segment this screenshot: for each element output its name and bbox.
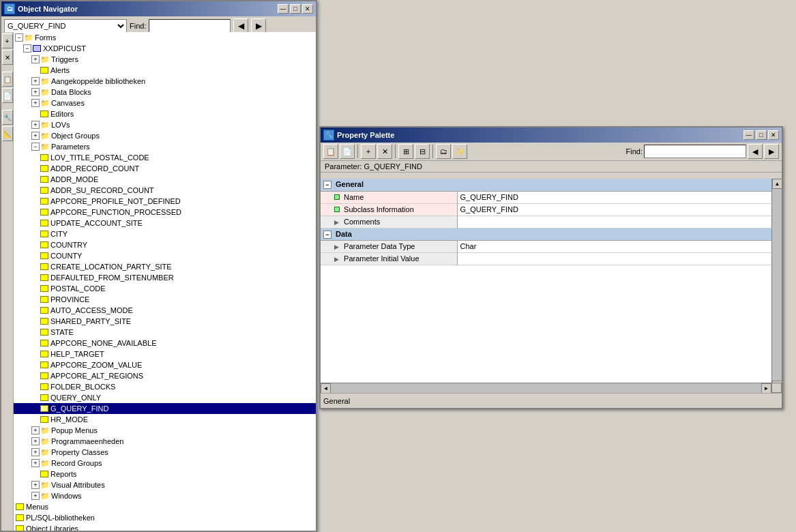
tree-node-folder-blocks[interactable]: FOLDER_BLOCKS	[14, 381, 316, 392]
expand-aangekoppelde[interactable]: +	[31, 77, 40, 85]
tree-node-defaulted-from[interactable]: DEFAULTED_FROM_SITENUMBER	[14, 272, 316, 283]
tree-node-shared-party[interactable]: SHARED_PARTY_SITE	[14, 316, 316, 327]
tree-node-city[interactable]: CITY	[14, 228, 316, 239]
tree-node-aangekoppelde[interactable]: + 📁 Aangekoppelde bibliotheken	[14, 76, 316, 87]
prop-btn-collapse[interactable]: ⊟	[415, 144, 430, 159]
prop-row-initial-value[interactable]: ▶ Parameter Initial Value	[321, 252, 771, 265]
tree-node-addr-record[interactable]: ADDR_RECORD_COUNT	[14, 163, 316, 174]
tree-node-obj-libs[interactable]: Object Libraries	[14, 523, 316, 531]
scroll-right-button[interactable]: ►	[761, 383, 771, 394]
tree-node-lovs[interactable]: + 📁 LOVs	[14, 119, 316, 130]
tree-node-record-groups[interactable]: + 📁 Record Groups	[14, 458, 316, 469]
tree-node-state[interactable]: STATE	[14, 327, 316, 338]
tree-area[interactable]: − 📁 Forms − XXDPICUST + 📁 Triggers Ale	[14, 32, 316, 531]
expand-data[interactable]: −	[323, 231, 331, 239]
section-header-general[interactable]: − General	[321, 179, 771, 191]
prop-search-forward[interactable]: ▶	[764, 144, 779, 159]
tree-node-canvases[interactable]: + 📁 Canvases	[14, 98, 316, 108]
tree-node-triggers[interactable]: + 📁 Triggers	[14, 54, 316, 65]
object-dropdown[interactable]: G_QUERY_FIND	[4, 19, 127, 33]
tree-node-auto-access[interactable]: AUTO_ACCESS_MODE	[14, 305, 316, 316]
prop-btn-filter[interactable]: 🗂	[436, 144, 451, 159]
tree-node-country[interactable]: COUNTRY	[14, 239, 316, 250]
tree-node-reports[interactable]: Reports	[14, 469, 316, 479]
paste-button[interactable]: 📄	[2, 88, 13, 103]
tree-node-help-target[interactable]: HELP_TARGET	[14, 349, 316, 359]
expand-popup-menus[interactable]: +	[31, 426, 40, 434]
prop-btn-del[interactable]: ✕	[377, 144, 392, 159]
tree-node-datablocks[interactable]: + 📁 Data Blocks	[14, 87, 316, 98]
prop-row-datatype[interactable]: ▶ Parameter Data Type Char	[321, 240, 771, 252]
tree-node-addr-mode[interactable]: ADDR_MODE	[14, 174, 316, 185]
tree-node-lov-title[interactable]: LOV_TITLE_POSTAL_CODE	[14, 152, 316, 163]
tree-node-property-classes[interactable]: + 📁 Property Classes	[14, 447, 316, 458]
prop-close-button[interactable]: ✕	[768, 130, 779, 140]
tree-node-update-account[interactable]: UPDATE_ACCOUNT_SITE	[14, 218, 316, 228]
expand-programmaeenheden[interactable]: +	[31, 437, 40, 445]
expand-parameters[interactable]: −	[31, 143, 40, 151]
expand-general[interactable]: −	[323, 181, 331, 189]
scroll-track-v[interactable]	[772, 189, 782, 381]
expand-forms[interactable]: −	[15, 33, 23, 42]
tree-node-parameters[interactable]: − 📁 Parameters	[14, 141, 316, 152]
search-forward-button[interactable]: ▶	[251, 18, 266, 33]
tree-node-query-only[interactable]: QUERY_ONLY	[14, 392, 316, 403]
expand-lovs[interactable]: +	[31, 121, 40, 129]
tree-node-xxdpicust[interactable]: − XXDPICUST	[14, 43, 316, 54]
expand-xxdpicust[interactable]: −	[23, 44, 31, 53]
tree-node-programmaeenheden[interactable]: + 📁 Programmaeenheden	[14, 436, 316, 447]
tree-node-province[interactable]: PROVINCE	[14, 294, 316, 305]
expand-triggers[interactable]: +	[31, 55, 40, 63]
tree-node-appcore-function[interactable]: APPCORE_FUNCTION_PROCESSED	[14, 207, 316, 218]
tree-node-visual-attrs[interactable]: + 📁 Visual Attributes	[14, 479, 316, 490]
prop-btn-add[interactable]: +	[361, 144, 376, 159]
expand-record-groups[interactable]: +	[31, 459, 40, 467]
scroll-track-h[interactable]	[331, 383, 761, 393]
tree-node-addr-su[interactable]: ADDR_SU_RECORD_COUNT	[14, 185, 316, 196]
tree-node-alerts[interactable]: Alerts	[14, 65, 316, 76]
expand-objectgroups[interactable]: +	[31, 132, 40, 140]
layout-button[interactable]: 📐	[2, 126, 13, 141]
tree-node-forms[interactable]: − 📁 Forms	[14, 32, 316, 43]
tree-node-popup-menus[interactable]: + 📁 Popup Menus	[14, 425, 316, 436]
tree-node-plsql[interactable]: PL/SQL-bibliotheken	[14, 512, 316, 523]
scroll-left-button[interactable]: ◄	[321, 383, 331, 394]
prop-maximize-button[interactable]: □	[756, 130, 767, 140]
prop-minimize-button[interactable]: —	[743, 130, 754, 140]
expand-datablocks[interactable]: +	[31, 88, 40, 96]
expand-visual-attrs[interactable]: +	[31, 481, 40, 489]
minimize-button[interactable]: —	[278, 4, 289, 14]
tree-node-create-location[interactable]: CREATE_LOCATION_PARTY_SITE	[14, 261, 316, 272]
props-button[interactable]: 🔧	[2, 110, 13, 125]
tree-node-menus[interactable]: Menus	[14, 501, 316, 512]
tree-node-appcore-zoom[interactable]: APPCORE_ZOOM_VALUE	[14, 359, 316, 370]
tree-node-windows[interactable]: + 📁 Windows	[14, 490, 316, 501]
prop-row-name[interactable]: Name G_QUERY_FIND	[321, 191, 771, 203]
prop-find-input[interactable]	[644, 145, 746, 158]
prop-btn-expand[interactable]: ⊞	[398, 144, 413, 159]
prop-search-back[interactable]: ◀	[748, 144, 763, 159]
prop-row-subclass[interactable]: Subclass Information G_QUERY_FIND	[321, 203, 771, 216]
tree-node-objectgroups[interactable]: + 📁 Object Groups	[14, 130, 316, 141]
section-header-data[interactable]: − Data	[321, 228, 771, 240]
add-button[interactable]: +	[2, 33, 13, 48]
tree-node-appcore-none[interactable]: APPCORE_NONE_AVAILABLE	[14, 338, 316, 349]
tree-node-editors[interactable]: Editors	[14, 108, 316, 119]
copy-button[interactable]: 📋	[2, 72, 13, 87]
prop-btn-1[interactable]: 📋	[323, 144, 338, 159]
tree-node-appcore-alt[interactable]: APPCORE_ALT_REGIONS	[14, 370, 316, 381]
prop-row-comments[interactable]: ▶ Comments	[321, 216, 771, 228]
tree-node-hr-mode[interactable]: HR_MODE	[14, 414, 316, 425]
prop-btn-wand[interactable]: ✨	[452, 144, 467, 159]
maximize-button[interactable]: □	[290, 4, 301, 14]
prop-grid[interactable]: − General Name G_QUERY_FIND Subclass Inf…	[321, 179, 771, 391]
find-input[interactable]	[149, 19, 231, 33]
close-button[interactable]: ✕	[302, 4, 313, 14]
search-back-button[interactable]: ◀	[233, 18, 248, 33]
tree-node-county[interactable]: COUNTY	[14, 250, 316, 261]
tree-node-g-query-find[interactable]: G_QUERY_FIND	[14, 403, 316, 414]
scroll-up-button[interactable]: ▲	[772, 179, 782, 189]
delete-button[interactable]: ✕	[2, 50, 13, 65]
tree-node-postal-code[interactable]: POSTAL_CODE	[14, 283, 316, 294]
expand-canvases[interactable]: +	[31, 99, 40, 107]
